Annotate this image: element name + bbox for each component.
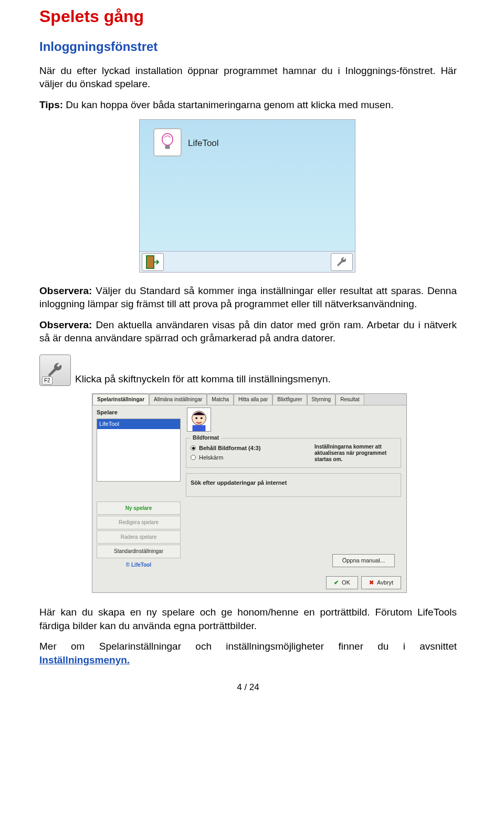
- tab-resultat[interactable]: Resultat: [335, 394, 364, 405]
- update-group-title: Sök efter uppdateringar på internet: [191, 479, 287, 486]
- svg-rect-1: [165, 145, 170, 149]
- ok-button[interactable]: ✔ OK: [326, 576, 358, 589]
- tab-matcha[interactable]: Matcha: [207, 394, 234, 405]
- bildformat-group-title: Bildformat: [191, 434, 221, 442]
- page-number: 4 / 24: [39, 682, 457, 694]
- bildformat-group: Bildformat Behåll Bildformat (4:3) Helsk…: [186, 438, 401, 468]
- player-tile-label: LifeTool: [188, 138, 219, 150]
- tab-allmanna[interactable]: Allmäna inställningar: [149, 394, 207, 405]
- wrench-caption: Klicka på skiftnyckeln för att komma til…: [75, 372, 331, 386]
- login-window-screenshot: LifeTool: [139, 119, 355, 273]
- paragraph: Här kan du skapa en ny spelare och ge ho…: [39, 606, 457, 632]
- radio-fullscreen-label: Helskärm: [199, 454, 223, 462]
- esc-button[interactable]: [142, 253, 164, 271]
- section-heading: Inloggningsfönstret: [39, 38, 457, 55]
- cancel-button[interactable]: ✖ Avbryt: [361, 576, 401, 589]
- wrench-icon: [335, 256, 348, 268]
- player-list-item[interactable]: LifeTool: [97, 419, 180, 429]
- default-settings-button[interactable]: Standardinställningar: [97, 545, 181, 558]
- tips-text: Du kan hoppa över båda startanimeringarn…: [63, 99, 393, 110]
- new-player-button[interactable]: Ny spelare: [97, 502, 181, 515]
- observera-text: Den aktuella användaren visas på din dat…: [39, 319, 457, 344]
- paragraph-observera-2: Observera: Den aktuella användaren visas…: [39, 318, 457, 345]
- radio-dot-icon: [191, 445, 196, 451]
- more-info-text: Mer om Spelarinställningar och inställni…: [39, 641, 457, 652]
- settings-right-column: Bildformat Behåll Bildformat (4:3) Helsk…: [186, 409, 401, 497]
- tab-styrning[interactable]: Styrning: [307, 394, 336, 405]
- dialog-button-row: ✔ OK ✖ Avbryt: [326, 576, 401, 589]
- paragraph-tips: Tips: Du kan hoppa över båda startanimer…: [39, 98, 457, 112]
- open-manual-button[interactable]: Öppna manual...: [332, 554, 395, 567]
- edit-player-button[interactable]: Redigera spelare: [97, 516, 181, 529]
- settings-dialog-screenshot: Spelarinställningar Allmäna inställninga…: [92, 393, 407, 593]
- ok-label: OK: [342, 579, 350, 587]
- paragraph-observera-1: Observera: Väljer du Standard så kommer …: [39, 284, 457, 311]
- cancel-label: Avbryt: [377, 579, 393, 587]
- player-listbox[interactable]: LifeTool: [97, 419, 181, 482]
- restart-hint: Inställningarna kommer att aktualiseras …: [314, 444, 393, 463]
- tab-blixtfigurer[interactable]: Blixtfigurer: [272, 394, 307, 405]
- settings-menu-link[interactable]: Inställningsmenyn.: [39, 654, 130, 665]
- exit-door-icon: [146, 255, 160, 269]
- settings-left-column: Spelare LifeTool Ny spelare Redigera spe…: [97, 409, 181, 570]
- radio-dot-icon: [191, 455, 196, 460]
- observera-label: Observera:: [39, 319, 92, 330]
- svg-point-0: [162, 133, 173, 145]
- tips-label: Tips:: [39, 99, 63, 110]
- observera-label: Observera:: [39, 285, 92, 296]
- update-group: Sök efter uppdateringar på internet: [186, 473, 401, 497]
- spelare-label: Spelare: [97, 409, 181, 416]
- paragraph-more-info: Mer om Spelarinställningar och inställni…: [39, 640, 457, 666]
- login-bottom-bar: [140, 251, 355, 272]
- player-tile[interactable]: [153, 128, 182, 157]
- tab-spelarinstallningar[interactable]: Spelarinställningar: [92, 394, 149, 405]
- keycap-f2: F2: [42, 377, 52, 385]
- check-icon: ✔: [334, 579, 339, 587]
- page-title: Spelets gång: [39, 5, 457, 28]
- paragraph: När du efter lyckad installation öppnar …: [39, 64, 457, 91]
- wrench-button-large[interactable]: F2: [39, 354, 71, 386]
- radio-keep-label: Behåll Bildformat (4:3): [199, 444, 260, 452]
- brand-footer: © LifeTool: [97, 561, 181, 569]
- delete-player-button[interactable]: Radera spelare: [97, 530, 181, 544]
- lightbulb-icon: [160, 133, 175, 152]
- tab-hitta-par[interactable]: Hitta alla par: [234, 394, 272, 405]
- settings-button[interactable]: [331, 253, 353, 271]
- wrench-caption-row: F2 Klicka på skiftnyckeln för att komma …: [39, 354, 457, 386]
- observera-text: Väljer du Standard så kommer inga instäl…: [39, 285, 457, 310]
- close-icon: ✖: [369, 579, 374, 587]
- svg-rect-2: [147, 256, 153, 268]
- settings-tabs: Spelarinställningar Allmäna inställninga…: [92, 394, 406, 405]
